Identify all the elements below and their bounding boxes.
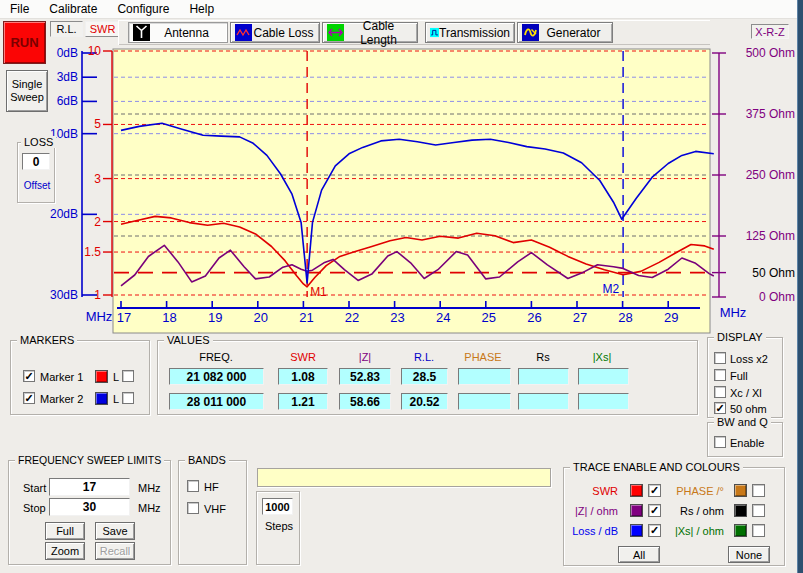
steps-input[interactable]: 1000 [262, 498, 293, 515]
values-group-title: VALUES [164, 334, 213, 346]
marker1-rl-value: 28.5 [401, 368, 448, 385]
marker2-l-checkbox[interactable] [122, 392, 134, 404]
markers-group-title: MARKERS [17, 334, 77, 346]
marker2-xs-value [578, 393, 629, 410]
loss-offset-label: Offset [18, 180, 56, 191]
phase-header: PHASE [453, 351, 513, 363]
cable-loss-label: Cable Loss [252, 26, 315, 40]
save-sweep-button[interactable]: Save [95, 522, 135, 540]
stop-label: Stop [23, 502, 46, 514]
fifty-ohm-label: 50 ohm [730, 403, 767, 415]
bw-q-enable-checkbox[interactable] [714, 436, 726, 448]
frequency-tick-label: 28 [618, 310, 632, 325]
trace-all-button[interactable]: All [618, 546, 660, 563]
transmission-label: Transmission [439, 26, 510, 40]
trace-none-button[interactable]: None [728, 546, 770, 563]
menu-calibrate[interactable]: Calibrate [39, 0, 107, 19]
marker2-checkbox[interactable] [23, 392, 35, 404]
hf-band-checkbox[interactable] [187, 480, 199, 492]
frequency-tick-label: 24 [436, 310, 450, 325]
trace-z-checkbox[interactable] [648, 504, 661, 517]
marker2-label: Marker 2 [40, 393, 83, 405]
marker1-swr-value: 1.08 [278, 368, 328, 385]
full-sweep-button[interactable]: Full [45, 522, 85, 540]
db-tick-label: 0dB [57, 46, 78, 60]
marker1-color-swatch[interactable] [95, 370, 108, 383]
marker2-color-swatch[interactable] [95, 392, 108, 405]
ohm-tick-label: 50 Ohm [752, 266, 795, 280]
db-tick-label: 6dB [57, 94, 78, 108]
marker2-swr-value: 1.21 [278, 393, 328, 410]
sweep-limits-group: FREQUENCY SWEEP LIMITS Start 17 MHz Stop… [8, 460, 171, 565]
trace-loss-swatch[interactable] [630, 524, 643, 537]
transmission-icon [430, 24, 439, 41]
db-tick-label: 3dB [57, 70, 78, 84]
recall-sweep-button[interactable]: Recall [95, 542, 135, 560]
bw-q-group: BW and Q Enable [707, 422, 783, 457]
trace-rs-checkbox[interactable] [752, 504, 765, 517]
cable-loss-mode-button[interactable]: Cable Loss [230, 22, 320, 43]
bw-q-enable-label: Enable [730, 437, 764, 449]
trace-z-swatch[interactable] [630, 504, 643, 517]
marker1-l-checkbox[interactable] [122, 370, 134, 382]
transmission-mode-button[interactable]: Transmission [425, 22, 515, 43]
frequency-tick-label: 26 [527, 310, 541, 325]
swr-tick-label: 1 [94, 288, 101, 302]
frequency-tick-label: 29 [664, 310, 678, 325]
rl-scale-tab[interactable]: R.L. [50, 21, 83, 37]
menu-help[interactable]: Help [179, 0, 224, 19]
sweep-chart[interactable]: M1M217181920212223242526272829MHzMHz0dB3… [0, 0, 803, 345]
sweep-limits-title: FREQUENCY SWEEP LIMITS [15, 454, 164, 466]
xc-xl-label: Xc / Xl [730, 387, 762, 399]
swr-scale-tab[interactable]: SWR [85, 21, 120, 37]
trace-loss-checkbox[interactable] [648, 524, 661, 537]
loss-offset-input[interactable]: 0 [22, 153, 50, 170]
bw-q-group-title: BW and Q [714, 416, 771, 428]
xc-xl-checkbox[interactable] [714, 386, 726, 398]
single-sweep-button[interactable]: Single Sweep [6, 70, 48, 112]
ohm-tick-label: 375 Ohm [746, 107, 795, 121]
start-label: Start [23, 482, 46, 494]
bands-group: BANDS HF VHF [178, 460, 247, 565]
frequency-tick-label: 17 [117, 310, 131, 325]
bands-group-title: BANDS [185, 454, 229, 466]
frequency-tick-label: 21 [299, 310, 313, 325]
status-message-bar [257, 468, 551, 487]
full-scale-label: Full [730, 370, 748, 382]
generator-mode-button[interactable]: Generator [517, 22, 613, 43]
trace-xs-checkbox[interactable] [752, 524, 765, 537]
start-freq-input[interactable]: 17 [49, 478, 130, 496]
trace-swr-swatch[interactable] [630, 484, 643, 497]
marker1-xs-value [578, 368, 629, 385]
swr-header: SWR [273, 351, 333, 363]
run-button[interactable]: RUN [3, 21, 46, 64]
trace-swr-checkbox[interactable] [648, 484, 661, 497]
window-right-border [797, 0, 803, 573]
marker1-checkbox[interactable] [23, 370, 35, 382]
full-scale-checkbox[interactable] [714, 369, 726, 381]
menu-configure[interactable]: Configure [107, 0, 179, 19]
antenna-mode-button[interactable]: Antenna [128, 22, 228, 43]
trace-phase-swatch[interactable] [734, 484, 747, 497]
generator-label: Generator [539, 26, 608, 40]
trace-swr-label: SWR [564, 485, 618, 497]
vhf-band-checkbox[interactable] [187, 502, 199, 514]
fifty-ohm-checkbox[interactable] [714, 402, 726, 414]
ohm-tick-label: 500 Ohm [746, 46, 795, 60]
zoom-sweep-button[interactable]: Zoom [45, 542, 85, 560]
trace-xs-swatch[interactable] [734, 524, 747, 537]
loss-x2-checkbox[interactable] [714, 352, 726, 364]
trace-rs-swatch[interactable] [734, 504, 747, 517]
mhz-label-right: MHz [720, 305, 747, 320]
cable-length-mode-button[interactable]: Cable Length [322, 22, 418, 43]
menu-file[interactable]: File [0, 0, 39, 19]
swr-tick-label: 3 [94, 172, 101, 186]
stop-unit-label: MHz [138, 502, 161, 514]
stop-freq-input[interactable]: 30 [49, 498, 130, 516]
frequency-tick-label: 18 [162, 310, 176, 325]
trace-phase-checkbox[interactable] [752, 484, 765, 497]
antenna-label: Antenna [150, 26, 223, 40]
plot-area[interactable] [113, 49, 710, 333]
rl-header: R.L. [394, 351, 454, 363]
swr-tick-label: 2 [94, 215, 101, 229]
